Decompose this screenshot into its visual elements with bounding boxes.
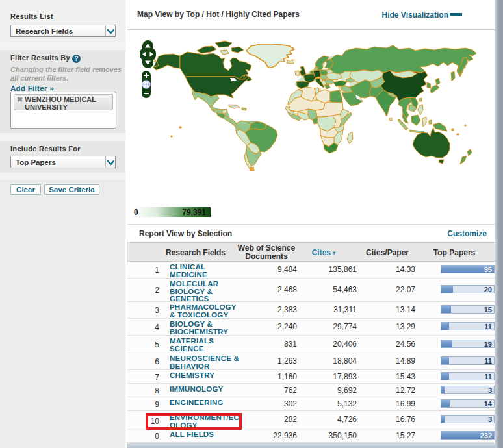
svg-text:79,391: 79,391 xyxy=(182,208,206,217)
svg-text:0: 0 xyxy=(134,208,138,217)
